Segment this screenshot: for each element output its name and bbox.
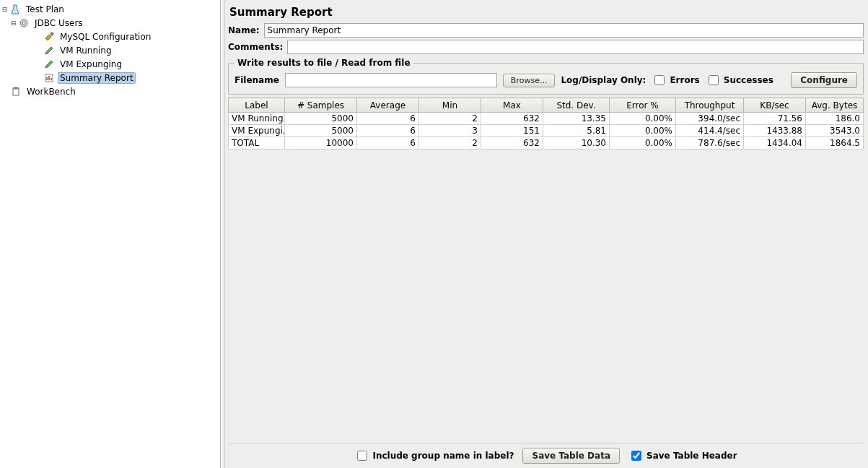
col-throughput[interactable]: Throughput xyxy=(676,98,744,113)
table-cell: 0.00% xyxy=(610,137,676,150)
tree-label: WorkBench xyxy=(25,87,78,97)
table-cell: 0.00% xyxy=(610,125,676,137)
col-min[interactable]: Min xyxy=(419,98,481,113)
table-cell: 13.35 xyxy=(543,113,610,125)
table-cell: 632 xyxy=(481,137,543,150)
file-group: Write results to file / Read from file F… xyxy=(228,58,864,95)
flask-icon xyxy=(9,4,21,15)
table-row[interactable]: TOTAL100006263210.300.00%787.6/sec1434.0… xyxy=(229,137,864,150)
logdisplay-label: Log/Display Only: xyxy=(561,75,646,85)
svg-rect-5 xyxy=(14,87,17,89)
report-icon xyxy=(43,72,55,84)
configure-button[interactable]: Configure xyxy=(791,72,857,88)
col-max[interactable]: Max xyxy=(481,98,543,113)
table-cell: 186.0 xyxy=(806,113,864,125)
tree-panel: ⊟ Test Plan ⊟ JDBC Users MySQL Configura… xyxy=(0,0,221,468)
panel-title: Summary Report xyxy=(228,3,864,23)
col-average[interactable]: Average xyxy=(357,98,419,113)
col-label[interactable]: Label xyxy=(229,98,285,113)
pencil-icon xyxy=(43,45,55,56)
table-cell: 787.6/sec xyxy=(676,137,744,150)
table-cell: 2 xyxy=(419,137,481,150)
name-row: Name: xyxy=(228,23,864,38)
content-panel: Summary Report Name: Comments: Write res… xyxy=(225,0,868,468)
table-cell: 0.00% xyxy=(610,113,676,125)
tree-label: Summary Report xyxy=(58,72,136,84)
table-cell: 1433.88 xyxy=(744,125,806,137)
table-cell: 151 xyxy=(481,125,543,137)
svg-point-1 xyxy=(22,22,25,25)
tree-label: VM Expunging xyxy=(58,59,124,69)
table-filler xyxy=(228,150,864,441)
table-cell: 5.81 xyxy=(543,125,610,137)
filename-label: Filename xyxy=(234,75,279,85)
tree-node-vm-running[interactable]: VM Running xyxy=(0,43,220,57)
table-cell: 5000 xyxy=(285,125,357,137)
results-table-wrap: Label # Samples Average Min Max Std. Dev… xyxy=(228,98,864,441)
include-group-name-checkbox[interactable]: Include group name in label? xyxy=(354,448,514,463)
tree-label: Test Plan xyxy=(24,4,66,14)
errors-checkbox-input[interactable] xyxy=(654,75,665,85)
table-cell: 1864.5 xyxy=(806,137,864,150)
table-header-row: Label # Samples Average Min Max Std. Dev… xyxy=(229,98,864,113)
include-group-name-input[interactable] xyxy=(357,451,367,461)
name-label: Name: xyxy=(228,25,264,35)
col-kbsec[interactable]: KB/sec xyxy=(744,98,806,113)
successes-checkbox-input[interactable] xyxy=(709,75,719,85)
table-cell: 3543.0 xyxy=(806,125,864,137)
table-cell: 6 xyxy=(357,113,419,125)
successes-checkbox[interactable]: Successes xyxy=(706,73,773,87)
table-cell: 414.4/sec xyxy=(676,125,744,137)
tree-node-workbench[interactable]: WorkBench xyxy=(0,84,220,98)
svg-point-2 xyxy=(51,32,53,35)
tree-toggle-icon[interactable]: ⊟ xyxy=(10,20,17,26)
table-cell: 5000 xyxy=(285,113,357,125)
col-stddev[interactable]: Std. Dev. xyxy=(543,98,610,113)
comments-input[interactable] xyxy=(287,40,864,54)
wrench-icon xyxy=(43,31,55,43)
errors-checkbox[interactable]: Errors xyxy=(652,73,699,87)
table-cell: 10.30 xyxy=(543,137,610,150)
filename-input[interactable] xyxy=(285,73,497,87)
table-row[interactable]: VM Running50006263213.350.00%394.0/sec71… xyxy=(229,113,864,125)
name-input[interactable] xyxy=(264,23,864,38)
table-cell: 1434.04 xyxy=(744,137,806,150)
tree-toggle-icon[interactable]: ⊟ xyxy=(1,6,8,12)
save-table-header-checkbox[interactable]: Save Table Header xyxy=(628,448,737,463)
table-row[interactable]: VM Expungi...5000631515.810.00%414.4/sec… xyxy=(229,125,864,137)
tree-label: VM Running xyxy=(58,46,114,56)
save-table-data-button[interactable]: Save Table Data xyxy=(522,448,620,464)
tree-node-test-plan[interactable]: ⊟ Test Plan xyxy=(0,2,220,16)
gear-icon xyxy=(18,17,30,29)
col-avgbytes[interactable]: Avg. Bytes xyxy=(806,98,864,113)
pencil-icon xyxy=(43,58,55,70)
table-cell: VM Running xyxy=(229,113,285,125)
tree-node-jdbc-users[interactable]: ⊟ JDBC Users xyxy=(0,16,220,30)
table-cell: 632 xyxy=(481,113,543,125)
table-cell: 71.56 xyxy=(744,113,806,125)
tree-node-summary-report[interactable]: Summary Report xyxy=(0,71,220,84)
table-cell: 6 xyxy=(357,125,419,137)
tree-label: JDBC Users xyxy=(32,18,85,28)
table-cell: 3 xyxy=(419,125,481,137)
comments-label: Comments: xyxy=(228,42,287,52)
table-cell: 394.0/sec xyxy=(676,113,744,125)
file-group-legend: Write results to file / Read from file xyxy=(234,58,413,68)
bottom-bar: Include group name in label? Save Table … xyxy=(228,443,864,465)
table-cell: VM Expungi... xyxy=(229,125,285,137)
table-cell: 10000 xyxy=(285,137,357,150)
save-table-header-input[interactable] xyxy=(631,451,641,461)
col-error[interactable]: Error % xyxy=(610,98,676,113)
table-cell: 6 xyxy=(357,137,419,150)
tree-label: MySQL Configuration xyxy=(58,32,153,42)
table-cell: TOTAL xyxy=(229,137,285,150)
browse-button[interactable]: Browse... xyxy=(503,74,556,87)
tree-node-mysql-configuration[interactable]: MySQL Configuration xyxy=(0,30,220,43)
col-samples[interactable]: # Samples xyxy=(285,98,357,113)
tree-node-vm-expunging[interactable]: VM Expunging xyxy=(0,57,220,71)
clipboard-icon xyxy=(10,86,22,98)
comments-row: Comments: xyxy=(228,40,864,54)
table-cell: 2 xyxy=(419,113,481,125)
results-table: Label # Samples Average Min Max Std. Dev… xyxy=(228,98,864,150)
